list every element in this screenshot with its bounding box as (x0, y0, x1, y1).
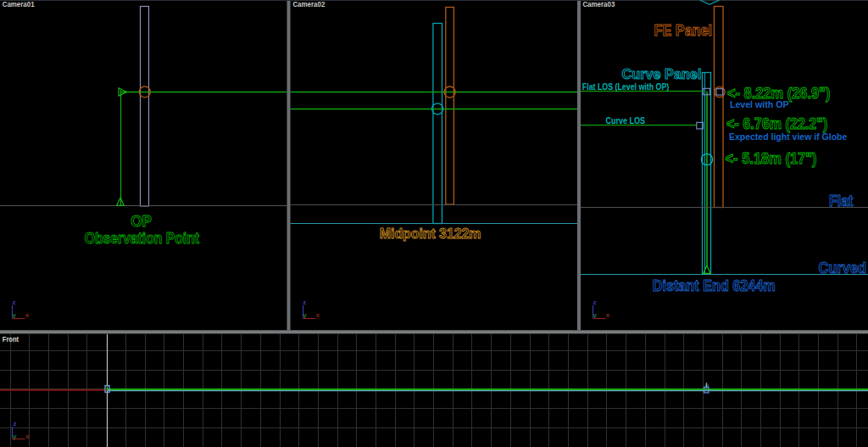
svg-text:Camera01: Camera01 (3, 0, 35, 8)
svg-text:FE Panel: FE Panel (654, 21, 713, 39)
svg-text:x: x (25, 433, 30, 440)
svg-text:z: z (14, 420, 17, 427)
svg-text:Curve LOS: Curve LOS (606, 115, 645, 126)
svg-text:<- 6.76m (22.2"): <- 6.76m (22.2") (726, 115, 828, 132)
svg-text:Flat: Flat (829, 192, 854, 210)
svg-text:y: y (303, 311, 307, 319)
svg-text:x: x (316, 311, 320, 319)
svg-text:<- 5.18m (17"): <- 5.18m (17") (726, 150, 817, 167)
svg-text:Midpoint 3122m: Midpoint 3122m (380, 226, 481, 241)
svg-text:Level with OP: Level with OP (730, 99, 789, 109)
svg-text:Camera02: Camera02 (292, 0, 325, 8)
svg-text:Camera03: Camera03 (582, 0, 615, 8)
svg-text:OP: OP (131, 212, 152, 230)
svg-text:Distant End 6244m: Distant End 6244m (653, 277, 776, 294)
svg-text:x: x (25, 311, 30, 319)
svg-text:y: y (13, 311, 17, 319)
svg-text:z: z (13, 299, 16, 306)
svg-text:Observation Point: Observation Point (85, 229, 199, 247)
svg-text:z: z (593, 299, 596, 306)
svg-text:y: y (593, 311, 597, 319)
svg-text:Curved: Curved (819, 259, 866, 277)
svg-text:Front: Front (3, 334, 19, 344)
svg-text:x: x (606, 311, 610, 319)
svg-text:Flat LOS (Level with OP): Flat LOS (Level with OP) (582, 81, 670, 92)
svg-text:z: z (303, 299, 306, 306)
svg-text:Expected light view if Globe: Expected light view if Globe (729, 131, 848, 142)
svg-text:Curve Panel: Curve Panel (622, 67, 702, 81)
